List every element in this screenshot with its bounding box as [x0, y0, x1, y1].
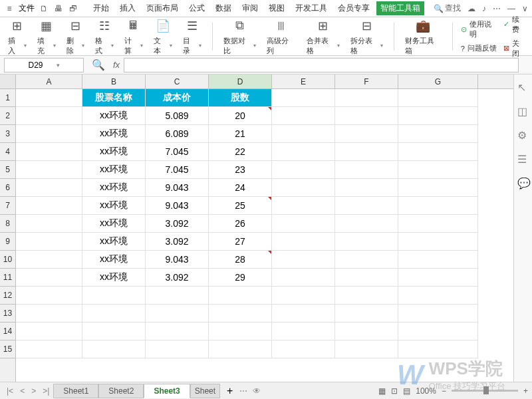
col-header-A[interactable]: A	[16, 74, 82, 88]
cell-B15[interactable]	[82, 340, 146, 358]
row-header-6[interactable]: 6	[0, 179, 15, 197]
cell-A14[interactable]	[16, 323, 82, 340]
ribbon-split-col[interactable]: ⫼ 高级分列	[264, 16, 299, 57]
cell-A11[interactable]	[16, 269, 82, 287]
row-header-2[interactable]: 2	[0, 107, 15, 125]
select-icon[interactable]: ◫	[517, 105, 529, 117]
col-header-D[interactable]: D	[209, 74, 272, 88]
ribbon-calc[interactable]: 🖩 计算▾	[122, 16, 146, 57]
cell-F6[interactable]	[335, 179, 398, 197]
ribbon-insert[interactable]: ⊞ 插入▾	[5, 16, 29, 57]
cell-G14[interactable]	[398, 323, 478, 340]
view-normal-icon[interactable]: ⊡	[391, 386, 398, 396]
ribbon-merge-table[interactable]: ⊞ 合并表格▾	[304, 16, 342, 57]
sheet-tab-1[interactable]: Sheet2	[98, 384, 144, 398]
ribbon-split-table[interactable]: ⊟ 拆分表格▾	[348, 16, 386, 57]
cell-E12[interactable]	[272, 287, 335, 305]
col-header-B[interactable]: B	[82, 74, 146, 88]
row-header-3[interactable]: 3	[0, 125, 15, 143]
cell-B2[interactable]: xx环境	[82, 107, 146, 125]
col-header-G[interactable]: G	[398, 74, 478, 88]
cell-A9[interactable]	[16, 233, 82, 251]
cell-C9[interactable]: 3.092	[146, 233, 209, 251]
cell-C10[interactable]: 9.043	[146, 251, 209, 269]
print-icon[interactable]: 🖶	[53, 3, 64, 14]
cell-F7[interactable]	[335, 197, 398, 215]
menu-tab-8[interactable]: 会员专享	[334, 1, 374, 15]
cell-C6[interactable]: 9.043	[146, 179, 209, 197]
cell-C5[interactable]: 7.045	[146, 161, 209, 179]
row-header-14[interactable]: 14	[0, 323, 15, 340]
name-box[interactable]: D29▾	[4, 58, 84, 72]
view-grid-icon[interactable]: ▦	[378, 386, 386, 396]
cell-G9[interactable]	[398, 233, 478, 251]
chevron-icon[interactable]: ∨	[522, 4, 528, 13]
cell-G10[interactable]	[398, 251, 478, 269]
ribbon-continue[interactable]: ✓续费	[503, 15, 527, 35]
ribbon-compare[interactable]: ⧉ 数据对比▾	[221, 16, 259, 57]
row-header-7[interactable]: 7	[0, 197, 15, 215]
cell-E3[interactable]	[272, 125, 335, 143]
tab-nav-prev[interactable]: <	[17, 386, 27, 396]
cell-F3[interactable]	[335, 125, 398, 143]
cell-G6[interactable]	[398, 179, 478, 197]
cell-A2[interactable]	[16, 107, 82, 125]
cell-C14[interactable]	[146, 323, 209, 340]
cell-D15[interactable]	[209, 340, 272, 358]
cell-C3[interactable]: 6.089	[146, 125, 209, 143]
cell-B1[interactable]: 股票名称	[82, 89, 146, 107]
menu-tab-7[interactable]: 开发工具	[291, 1, 331, 15]
row-header-15[interactable]: 15	[0, 340, 15, 358]
chat-icon[interactable]: 💬	[517, 177, 529, 189]
cell-D13[interactable]	[209, 305, 272, 323]
cell-A3[interactable]	[16, 125, 82, 143]
properties-icon[interactable]: ☰	[517, 153, 529, 165]
cell-F4[interactable]	[335, 143, 398, 161]
cell-A1[interactable]	[16, 89, 82, 107]
cell-D7[interactable]: 25	[209, 197, 272, 215]
cell-G12[interactable]	[398, 287, 478, 305]
cell-A12[interactable]	[16, 287, 82, 305]
tab-nav-first[interactable]: |<	[4, 386, 16, 396]
cell-E13[interactable]	[272, 305, 335, 323]
settings-icon[interactable]: ⚙	[517, 129, 529, 141]
cell-C15[interactable]	[146, 340, 209, 358]
file-menu[interactable]: 文件	[19, 3, 35, 14]
row-header-9[interactable]: 9	[0, 233, 15, 251]
ribbon-help[interactable]: ⊙使用说明	[461, 19, 499, 39]
cell-D2[interactable]: 20	[209, 107, 272, 125]
cell-D3[interactable]: 21	[209, 125, 272, 143]
row-header-12[interactable]: 12	[0, 287, 15, 305]
cell-A7[interactable]	[16, 197, 82, 215]
row-header-4[interactable]: 4	[0, 143, 15, 161]
cell-F15[interactable]	[335, 340, 398, 358]
cell-G4[interactable]	[398, 143, 478, 161]
cell-F8[interactable]	[335, 215, 398, 233]
cell-G13[interactable]	[398, 305, 478, 323]
cell-F12[interactable]	[335, 287, 398, 305]
col-header-E[interactable]: E	[272, 74, 335, 88]
cell-G2[interactable]	[398, 107, 478, 125]
cells-area[interactable]: 股票名称成本价股数xx环境5.08920xx环境6.08921xx环境7.045…	[16, 89, 513, 382]
cell-B10[interactable]: xx环境	[82, 251, 146, 269]
row-header-5[interactable]: 5	[0, 161, 15, 179]
cursor-icon[interactable]: ↖	[517, 81, 529, 93]
cell-A5[interactable]	[16, 161, 82, 179]
formula-input[interactable]	[124, 58, 519, 72]
ribbon-toc[interactable]: ☰ 目录▾	[180, 16, 204, 57]
col-header-C[interactable]: C	[146, 74, 209, 88]
cell-D6[interactable]: 24	[209, 179, 272, 197]
row-header-8[interactable]: 8	[0, 215, 15, 233]
cell-E5[interactable]	[272, 161, 335, 179]
ribbon-feedback[interactable]: ?问题反馈	[461, 43, 499, 53]
cell-D10[interactable]: 28	[209, 251, 272, 269]
cell-G5[interactable]	[398, 161, 478, 179]
menu-tab-0[interactable]: 开始	[89, 1, 113, 15]
cell-D5[interactable]: 23	[209, 161, 272, 179]
menu-tab-1[interactable]: 插入	[116, 1, 140, 15]
cell-C2[interactable]: 5.089	[146, 107, 209, 125]
menu-tab-5[interactable]: 审阅	[238, 1, 262, 15]
save-icon[interactable]: 🗋	[39, 3, 49, 14]
cell-G11[interactable]	[398, 269, 478, 287]
row-header-10[interactable]: 10	[0, 251, 15, 269]
